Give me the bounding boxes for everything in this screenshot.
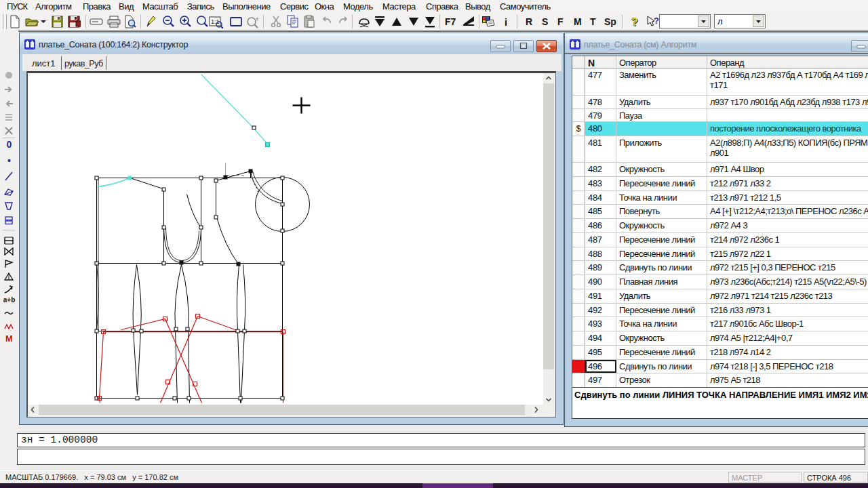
svg-text:?: ? <box>654 16 659 26</box>
svg-text:±: ± <box>256 16 259 22</box>
